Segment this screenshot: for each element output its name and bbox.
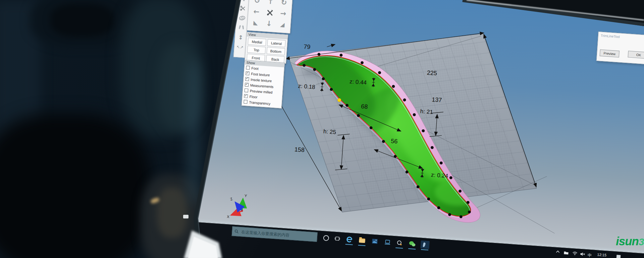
measurement-heel-width: 56 bbox=[391, 138, 398, 145]
axis-labels: X Y Z bbox=[227, 192, 247, 220]
tilt-left-button[interactable]: ◣ bbox=[249, 16, 263, 28]
hand-highlight bbox=[157, 188, 187, 238]
axis-y-label: Y bbox=[245, 194, 248, 198]
vertical-resize-tool[interactable]: ↕ bbox=[236, 34, 245, 42]
measurement-heel-height: h: 21 bbox=[420, 108, 433, 116]
checkbox-label: Insole texture bbox=[251, 77, 272, 83]
checkbox-label: Floor bbox=[249, 94, 258, 99]
checkbox-floor[interactable] bbox=[244, 94, 248, 98]
action-center-icon[interactable] bbox=[615, 254, 622, 258]
navigation-pad: ↺ ↑ ↻ ← → ◣ ↓ ◢ bbox=[247, 0, 293, 34]
checkbox-preview-milled[interactable] bbox=[245, 88, 249, 92]
view-top-button[interactable]: Top bbox=[247, 46, 266, 54]
taskbar-clock[interactable]: 12:15 bbox=[593, 252, 611, 258]
ime-indicator[interactable]: 中 bbox=[587, 252, 593, 258]
pan-right-button[interactable]: → bbox=[276, 7, 290, 19]
laptop-icon[interactable] bbox=[383, 238, 392, 247]
hatch-area-tool[interactable] bbox=[238, 14, 246, 22]
diagonal-resize-tool[interactable]: ↖↗ bbox=[236, 43, 244, 51]
person-silhouette bbox=[0, 114, 151, 258]
view-bottom-button[interactable]: Bottom bbox=[267, 47, 285, 55]
measurement-arch-height: h: 25 bbox=[323, 128, 336, 136]
wifi-icon[interactable] bbox=[571, 251, 578, 255]
measurement-length: 225 bbox=[427, 69, 437, 77]
axis-z-label: Z bbox=[229, 197, 233, 201]
measurement-toe-width: 79 bbox=[304, 43, 311, 50]
show-panel: Show Foot Foot texture Insole texture Me… bbox=[241, 60, 285, 109]
measurement-z-front: z: 0.18 bbox=[298, 83, 315, 90]
checkbox-label: Transparency bbox=[249, 100, 270, 105]
insole-pair-tool[interactable] bbox=[237, 24, 246, 32]
axis-triad bbox=[231, 198, 244, 216]
checkbox-foot-texture[interactable] bbox=[246, 71, 250, 75]
preview-button[interactable]: Preview bbox=[600, 50, 620, 58]
tray-chevron-icon[interactable] bbox=[554, 250, 561, 253]
checkbox-measurements[interactable] bbox=[245, 83, 249, 87]
view-panel: View Medial Lateral Top Bottom Front Bac… bbox=[245, 32, 288, 64]
measurement-left-length: 158 bbox=[294, 146, 305, 153]
search-app-icon[interactable] bbox=[395, 239, 404, 247]
checkbox-label: Foot bbox=[251, 66, 259, 70]
measurement-z-mid: z: 0.44 bbox=[349, 78, 367, 86]
wechat-icon[interactable] bbox=[408, 240, 417, 248]
cortana-icon[interactable] bbox=[321, 234, 331, 242]
edge-icon[interactable] bbox=[345, 235, 354, 244]
volume-muted-icon[interactable] bbox=[579, 252, 586, 256]
file-explorer-icon[interactable] bbox=[358, 236, 367, 245]
pan-left-button[interactable]: ← bbox=[249, 5, 263, 17]
trimline-tool-dialog: TrimLineTool Preview OK bbox=[596, 31, 644, 65]
screen-glow bbox=[186, 60, 201, 204]
measurement-midfoot: 68 bbox=[361, 103, 368, 110]
task-view-icon[interactable] bbox=[333, 234, 342, 243]
checkbox-foot[interactable] bbox=[246, 66, 250, 70]
measurement-z-heel: z: 0.24 bbox=[431, 172, 448, 179]
search-input[interactable] bbox=[240, 229, 315, 240]
search-icon bbox=[234, 229, 239, 234]
axis-x-label: X bbox=[227, 214, 230, 219]
scissors-tool[interactable] bbox=[238, 4, 247, 12]
checkbox-label: Foot texture bbox=[251, 72, 270, 77]
photos-icon[interactable] bbox=[370, 237, 380, 246]
rotate-cw-button[interactable]: ↻ bbox=[277, 0, 291, 8]
view-medial-button[interactable]: Medial bbox=[248, 38, 266, 46]
checkbox-insole-texture[interactable] bbox=[245, 77, 249, 81]
tv-shape bbox=[50, 3, 114, 37]
checkbox-transparency[interactable] bbox=[244, 100, 248, 104]
pan-down-button[interactable]: ↓ bbox=[262, 17, 276, 29]
view-lateral-button[interactable]: Lateral bbox=[267, 39, 285, 47]
tray-folder-icon[interactable] bbox=[562, 251, 570, 255]
checkbox-label: Preview milled bbox=[250, 89, 273, 94]
ok-button[interactable]: OK bbox=[628, 51, 644, 59]
measurement-diagonal: 137 bbox=[432, 96, 442, 104]
insole-app-icon[interactable] bbox=[420, 241, 430, 249]
selected-control-point[interactable] bbox=[337, 98, 341, 102]
tools-button[interactable] bbox=[263, 6, 277, 18]
select-region-tool[interactable] bbox=[239, 0, 248, 3]
tilt-right-button[interactable]: ◢ bbox=[275, 18, 289, 30]
